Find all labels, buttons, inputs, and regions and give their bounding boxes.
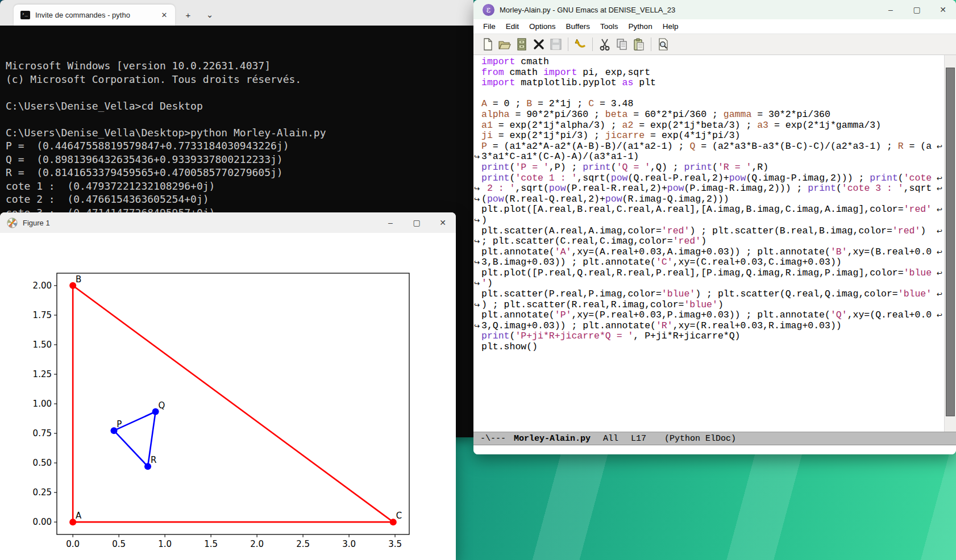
x-tick-label: 1.5: [204, 539, 218, 549]
wrap-arrow-icon: ↩: [937, 142, 942, 151]
toolbar-separator: [651, 37, 651, 51]
point-label-R: R: [151, 455, 156, 465]
paste-icon[interactable]: [630, 36, 647, 52]
dired-cabinet-icon[interactable]: [513, 36, 530, 52]
code-line: import matplotlib.pyplot as plt: [481, 78, 926, 89]
y-tick-label: 1.50: [33, 340, 52, 350]
cmd-icon: [20, 11, 30, 19]
code-line: ↪3,B.imag+0.03)) ; plt.annotate('C',xy=(…: [481, 257, 926, 268]
tab-dropdown-button[interactable]: ⌄: [201, 6, 218, 23]
wrap-continuation-icon: ↪: [474, 152, 480, 161]
point-label-C: C: [396, 511, 402, 521]
code-line: ↪(pow(R.real-Q.real,2)+pow(R.imag-Q.imag…: [481, 194, 926, 205]
emacs-toolbar: [473, 34, 956, 55]
menu-buffers[interactable]: Buffers: [561, 19, 596, 34]
menu-options[interactable]: Options: [524, 19, 561, 34]
code-line: ↪3,Q.imag+0.03)) ; plt.annotate('R',xy=(…: [481, 321, 926, 332]
wrap-arrow-icon: ↩: [937, 205, 942, 214]
wrap-arrow-icon: ↩: [937, 269, 942, 278]
terminal-line: [6, 86, 473, 99]
emacs-menu-bar: FileEditOptionsBuffersToolsPythonHelp: [473, 19, 956, 34]
terminal-line: cote 1 : (0.47937221232108296+0j): [6, 179, 473, 193]
emacs-buffer[interactable]: import cmathfrom cmath import pi, exp,sq…: [473, 55, 945, 433]
x-tick-label: 0.0: [66, 539, 80, 549]
point-label-Q: Q: [159, 400, 165, 411]
emacs-modeline: -\--- Morley-Alain.py All L17 (Python El…: [473, 432, 956, 445]
modeline-position: All: [603, 434, 618, 444]
emacs-titlebar[interactable]: ε Morley-Alain.py - GNU Emacs at DENISE_…: [473, 0, 956, 19]
wrap-continuation-icon: ↪: [474, 258, 480, 267]
wrap-continuation-icon: ↪: [474, 216, 480, 225]
code-line: ↪ 2 : ',sqrt(pow(P.real-R.real,2)+pow(P.…: [481, 183, 926, 194]
terminal-line: Q = (0.8981396432635436+0.93393378002122…: [6, 153, 473, 166]
figure-maximize-button[interactable]: ▢: [404, 212, 430, 233]
toolbar-separator: [592, 37, 593, 51]
series-outer-triangle-ABC: [73, 286, 393, 522]
code-line: [481, 89, 926, 99]
figure-window: Figure 1 – ▢ ✕ 0.00.51.01.52.02.53.03.50…: [0, 212, 456, 560]
wrap-continuation-icon: ↪: [474, 321, 480, 331]
open-folder-icon[interactable]: [496, 36, 513, 52]
x-tick-label: 2.0: [250, 539, 264, 549]
save-icon[interactable]: [547, 36, 564, 52]
emacs-echo-area[interactable]: [473, 445, 956, 454]
figure-canvas[interactable]: 0.00.51.01.52.02.53.03.50.000.250.500.75…: [0, 233, 456, 560]
new-file-icon[interactable]: [479, 36, 496, 52]
emacs-icon: ε: [483, 4, 494, 16]
cut-icon[interactable]: [596, 36, 613, 52]
wrap-continuation-icon: ↪: [474, 300, 480, 310]
kill-buffer-icon[interactable]: [530, 36, 547, 52]
search-icon[interactable]: [655, 36, 672, 52]
wrap-continuation-icon: ↪: [474, 279, 480, 288]
code-line: ↪'): [481, 278, 926, 289]
y-tick-label: 1.25: [33, 369, 52, 379]
emacs-maximize-button[interactable]: ▢: [904, 0, 930, 20]
code-line: ↪) ; plt.scatter(R.real,R.imag,color='bl…: [481, 300, 926, 311]
menu-python[interactable]: Python: [624, 19, 658, 34]
modeline-buffer-name: Morley-Alain.py: [514, 434, 591, 444]
terminal-tab[interactable]: Invite de commandes - pytho ✕: [14, 5, 175, 26]
code-line: import cmath: [481, 57, 926, 68]
code-line: plt.plot([P.real,Q.real,R.real,P.real],[…: [481, 268, 926, 279]
copy-icon[interactable]: [613, 36, 630, 52]
figure-minimize-button[interactable]: –: [377, 212, 404, 233]
undo-icon[interactable]: [572, 36, 589, 52]
emacs-minimize-button[interactable]: –: [878, 0, 904, 20]
new-tab-button[interactable]: +: [180, 6, 197, 23]
figure-titlebar[interactable]: Figure 1 – ▢ ✕: [0, 212, 456, 233]
figure-window-title: Figure 1: [23, 219, 377, 227]
menu-help[interactable]: Help: [658, 19, 684, 34]
wrap-continuation-icon: ↪: [474, 195, 480, 204]
wrap-arrow-icon: ↩: [937, 311, 942, 320]
x-tick-label: 3.0: [342, 539, 356, 549]
menu-tools[interactable]: Tools: [595, 19, 624, 34]
wrap-arrow-icon: ↩: [937, 184, 942, 193]
menu-file[interactable]: File: [478, 19, 501, 34]
code-line: print('P = ',P) ; print('Q = ',Q) ; prin…: [481, 162, 926, 173]
emacs-window-title: Morley-Alain.py - GNU Emacs at DENISE_VE…: [500, 6, 878, 14]
figure-close-button[interactable]: ✕: [430, 212, 456, 233]
y-tick-label: 1.75: [33, 310, 52, 320]
y-tick-label: 0.25: [33, 487, 52, 498]
point-label-B: B: [76, 274, 81, 285]
scrollbar-thumb[interactable]: [946, 68, 955, 416]
wrap-arrow-icon: ↩: [937, 248, 942, 257]
menu-edit[interactable]: Edit: [501, 19, 524, 34]
code-line: A = 0 ; B = 2*1j ; C = 3.48: [481, 99, 926, 110]
emacs-close-button[interactable]: ✕: [930, 0, 956, 20]
wrap-arrow-icon: ↩: [937, 174, 942, 183]
code-line: print('P+ji*R+jicarre*Q = ', P+ji*R+jica…: [481, 331, 926, 342]
emacs-scrollbar[interactable]: [944, 55, 956, 433]
toolbar-separator: [568, 37, 568, 51]
code-line: alpha = 90*2*pi/360 ; beta = 60*2*pi/360…: [481, 110, 926, 120]
code-line: P = (a1*a2*A-a2*(A-B)-B)/(a1*a2-1) ; Q =…: [481, 141, 926, 152]
code-line: ↪): [481, 215, 926, 226]
wrap-arrow-icon: ↩: [937, 227, 942, 236]
wrap-continuation-icon: ↪: [474, 184, 480, 193]
terminal-line: P = (0.44647558819579847+0.7733184030943…: [6, 139, 473, 153]
x-tick-label: 3.5: [388, 539, 402, 549]
tab-close-icon[interactable]: ✕: [158, 9, 171, 22]
terminal-tab-bar: Invite de commandes - pytho ✕ + ⌄: [0, 0, 473, 26]
code-line: ji = exp(2*1j*pi/3) ; jicarre = exp(4*1j…: [481, 131, 926, 141]
wrap-continuation-icon: ↪: [474, 237, 480, 246]
